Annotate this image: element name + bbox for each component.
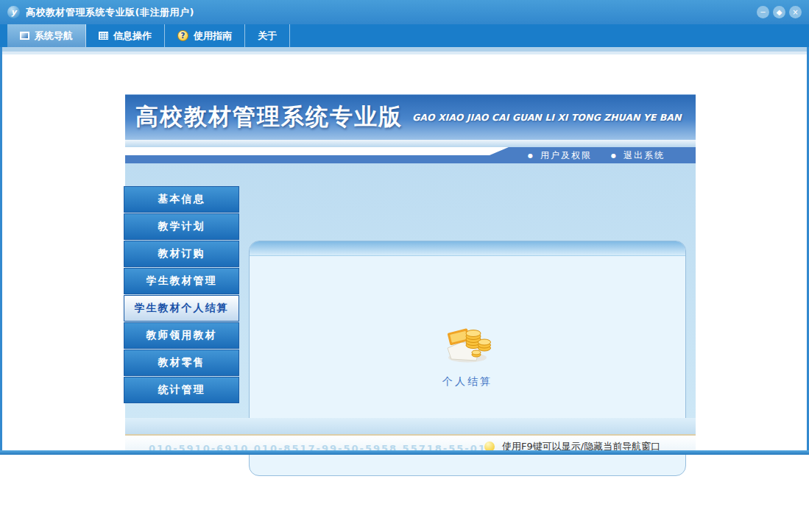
tab-label: 系统导航 <box>35 29 73 43</box>
main-tab-bar: 系统导航 信息操作 ? 使用指南 关于 <box>0 24 809 47</box>
window-border-bottom <box>0 450 809 455</box>
shortcut-label: 个人结算 <box>442 375 492 389</box>
status-hint-text: 使用F9键可以显示/隐藏当前导航窗口 <box>502 440 660 450</box>
link-user-permissions[interactable]: ● 用户及权限 <box>528 149 592 162</box>
help-icon: ? <box>177 30 188 41</box>
link-label: 退出系统 <box>623 149 665 162</box>
sidebar-item-教材订购[interactable]: 教材订购 <box>124 241 239 267</box>
bullet-icon: ● <box>611 152 618 159</box>
tab-label: 信息操作 <box>113 29 152 43</box>
sidebar-item-教师领用教材[interactable]: 教师领用教材 <box>124 322 239 349</box>
window-title: 高校教材管理系统专业版(非注册用户) <box>26 6 194 19</box>
sidebar-item-基本信息[interactable]: 基本信息 <box>124 186 239 213</box>
tab-system-navigation[interactable]: 系统导航 <box>7 24 86 47</box>
coins-icon <box>443 324 492 363</box>
maximize-button-icon[interactable]: ◆ <box>773 6 785 18</box>
banner-pinyin-subtitle: GAO XIAO JIAO CAI GUAN LI XI TONG ZHUAN … <box>412 112 681 123</box>
window-border-left <box>0 47 2 450</box>
monitor-icon <box>20 32 29 40</box>
grid-icon <box>99 32 108 40</box>
sidebar-item-教学计划[interactable]: 教学计划 <box>124 213 239 240</box>
sidebar-menu: 基本信息教学计划教材订购学生教材管理学生教材个人结算教师领用教材教材零售统计管理 <box>124 186 239 404</box>
status-contact-digits: 010-5910-6910 010-8517-99-50-5958 55718-… <box>149 443 495 450</box>
nav-strip-wedge <box>125 147 490 155</box>
tabbar-underline-strip-light <box>0 52 809 54</box>
nav-links: ● 用户及权限 ● 退出系统 <box>528 147 665 163</box>
app-logo-icon: y <box>7 6 20 18</box>
bottom-gradient-strip <box>125 418 696 434</box>
minimize-button-icon[interactable]: − <box>757 6 769 18</box>
app-banner: 高校教材管理系统专业版 GAO XIAO JIAO CAI GUAN LI XI… <box>125 94 696 140</box>
tab-label: 关于 <box>258 29 277 43</box>
top-nav-strip: ● 用户及权限 ● 退出系统 <box>125 147 696 163</box>
lightbulb-icon <box>484 441 495 450</box>
close-button-icon[interactable]: × <box>789 6 802 18</box>
tab-user-guide[interactable]: ? 使用指南 <box>165 24 245 47</box>
status-hint: 使用F9键可以显示/隐藏当前导航窗口 <box>484 440 660 450</box>
sidebar-item-学生教材个人结算[interactable]: 学生教材个人结算 <box>124 295 239 322</box>
shortcut-personal-settlement[interactable]: 个人结算 <box>442 324 492 389</box>
status-bar: 010-5910-6910 010-8517-99-50-5958 55718-… <box>125 436 696 450</box>
sidebar-item-教材零售[interactable]: 教材零售 <box>124 350 239 376</box>
window-controls: − ◆ × <box>757 6 802 18</box>
link-exit-system[interactable]: ● 退出系统 <box>611 149 665 162</box>
link-label: 用户及权限 <box>540 149 592 162</box>
panel-header-strip <box>250 241 685 256</box>
banner-title: 高校教材管理系统专业版 <box>135 102 403 132</box>
title-bar[interactable]: y 高校教材管理系统专业版(非注册用户) − ◆ × <box>0 0 809 24</box>
sidebar-item-学生教材管理[interactable]: 学生教材管理 <box>124 268 239 294</box>
sidebar-item-统计管理[interactable]: 统计管理 <box>124 377 239 403</box>
tab-label: 使用指南 <box>194 29 232 43</box>
tab-info-operations[interactable]: 信息操作 <box>86 24 165 47</box>
bullet-icon: ● <box>528 152 534 159</box>
banner-lower-strip <box>125 140 696 147</box>
tab-about[interactable]: 关于 <box>245 24 290 47</box>
skin-area: 高校教材管理系统专业版 GAO XIAO JIAO CAI GUAN LI XI… <box>125 94 696 450</box>
app-window: y 高校教材管理系统专业版(非注册用户) − ◆ × 系统导航 信息操作 ? 使… <box>0 0 809 532</box>
